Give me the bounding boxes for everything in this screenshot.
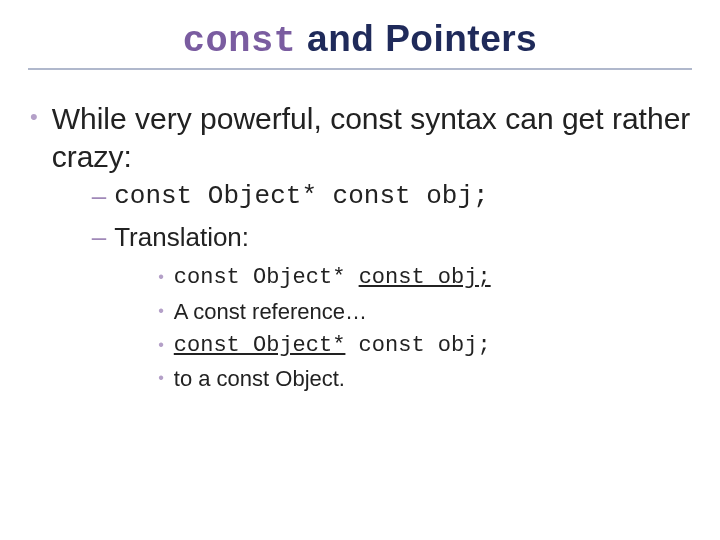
subsub-0-emph: const obj;: [359, 265, 491, 290]
bullet-dot-icon: •: [158, 297, 164, 325]
bullet-2-body: Translation: • const Object* const obj;: [114, 220, 490, 398]
slide-title: const and Pointers: [28, 18, 692, 62]
bullet-2-item-1: – const Object* const obj;: [92, 179, 692, 214]
title-rest: and Pointers: [296, 18, 537, 59]
bullet-dot-icon: •: [158, 364, 164, 392]
subsub-3: to a const Object.: [174, 364, 345, 394]
bullet-dot-icon: •: [158, 331, 164, 359]
bullet-3-item-2: • const Object* const obj;: [158, 331, 490, 361]
title-code-word: const: [183, 20, 297, 62]
bullet-3-item-3: • to a const Object.: [158, 364, 490, 394]
bullet-1-body: While very powerful, const syntax can ge…: [52, 100, 692, 404]
translation-label: Translation:: [114, 222, 249, 252]
subsub-2-suffix: const obj;: [345, 333, 490, 358]
bullet-level-1: • While very powerful, const syntax can …: [28, 100, 692, 404]
bullet-1-text: While very powerful, const syntax can ge…: [52, 100, 692, 175]
bullet-dot-icon: •: [158, 263, 164, 291]
bullet-level-2: – const Object* const obj; – Translation…: [92, 179, 692, 398]
bullet-dot-icon: •: [30, 100, 38, 134]
dash-icon: –: [92, 220, 106, 254]
bullet-3-item-0: • const Object* const obj;: [158, 263, 490, 293]
title-rule: [28, 68, 692, 70]
subsub-0: const Object* const obj;: [174, 263, 491, 293]
subsub-1-suffix: A const reference…: [174, 299, 367, 324]
subsub-2: const Object* const obj;: [174, 331, 491, 361]
dash-icon: –: [92, 179, 106, 213]
bullet-3-item-1: • A const reference…: [158, 297, 490, 327]
bullet-2-item-2: – Translation: • const Object* const obj…: [92, 220, 692, 398]
code-line-1: const Object* const obj;: [114, 179, 488, 214]
bullet-level-3: • const Object* const obj; • A const ref…: [158, 263, 490, 394]
subsub-1: A const reference…: [174, 297, 367, 327]
subsub-2-emph: const Object*: [174, 333, 346, 358]
subsub-0-prefix: const Object*: [174, 265, 359, 290]
subsub-3-suffix: to a const Object.: [174, 366, 345, 391]
title-wrap: const and Pointers: [28, 18, 692, 62]
slide: const and Pointers • While very powerful…: [0, 0, 720, 540]
bullet-1-item: • While very powerful, const syntax can …: [28, 100, 692, 404]
